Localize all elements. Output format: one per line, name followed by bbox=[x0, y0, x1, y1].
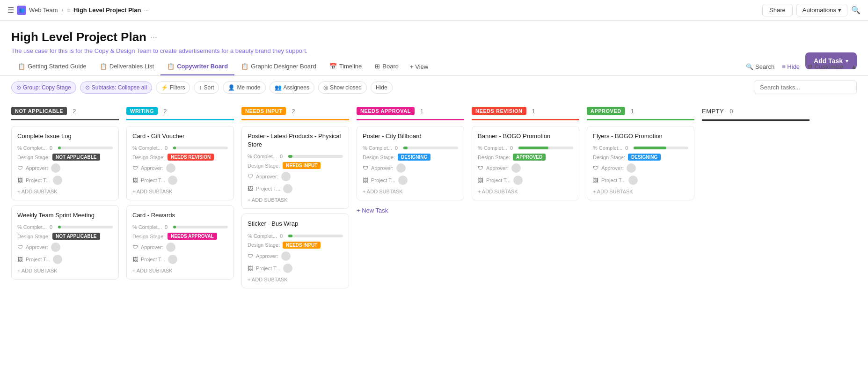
add-subtask-button[interactable]: + ADD SUBTASK bbox=[478, 189, 573, 194]
add-subtask-button[interactable]: + ADD SUBTASK bbox=[248, 277, 343, 282]
add-subtask-button[interactable]: + ADD SUBTASK bbox=[593, 189, 688, 194]
project-t-label: Project T... bbox=[256, 265, 280, 271]
automations-button[interactable]: Automations ▾ bbox=[796, 4, 847, 16]
add-subtask-button[interactable]: + ADD SUBTASK bbox=[17, 268, 113, 273]
add-subtask-button[interactable]: + ADD SUBTASK bbox=[363, 189, 458, 194]
progress-label: % Complet... bbox=[248, 233, 277, 239]
me-mode-label: Me mode bbox=[237, 84, 260, 91]
collapse-tabs-action[interactable]: ▲ bbox=[851, 63, 857, 70]
approver-avatar[interactable] bbox=[166, 243, 175, 252]
project-avatar[interactable] bbox=[628, 176, 638, 185]
add-subtask-button[interactable]: + ADD SUBTASK bbox=[17, 189, 113, 194]
project-avatar[interactable] bbox=[168, 176, 177, 185]
page-ellipsis[interactable]: ··· bbox=[150, 32, 157, 42]
stage-badge: DESIGNING bbox=[398, 154, 430, 161]
tab-board[interactable]: ⊞ Board bbox=[368, 58, 405, 75]
column-header-needs-input: NEEDS INPUT2 bbox=[241, 107, 349, 120]
project-t-label: Project T... bbox=[486, 177, 511, 183]
approver-field: 🛡 Approver: bbox=[17, 243, 113, 252]
progress-fill bbox=[173, 226, 176, 228]
hide-tab-action[interactable]: ≡ Hide bbox=[782, 63, 800, 70]
add-subtask-button[interactable]: + ADD SUBTASK bbox=[132, 268, 228, 273]
subtasks-filter[interactable]: ⊙ Subtasks: Collapse all bbox=[80, 81, 152, 94]
project-avatar[interactable] bbox=[53, 255, 62, 264]
add-view-button[interactable]: + View bbox=[405, 59, 433, 75]
hide-button[interactable]: Hide bbox=[371, 81, 393, 94]
project-avatar[interactable] bbox=[283, 184, 292, 193]
customize-tab-action[interactable]: ⚙ Customize bbox=[807, 63, 843, 70]
task-title: Flyers - BOGO Promotion bbox=[593, 132, 688, 140]
approver-avatar[interactable] bbox=[51, 243, 60, 252]
new-task-button[interactable]: + New Task bbox=[357, 205, 464, 216]
sort-button[interactable]: ↕ Sort bbox=[194, 81, 219, 94]
share-button[interactable]: Share bbox=[762, 4, 793, 16]
approver-avatar[interactable] bbox=[166, 163, 175, 173]
progress-bar bbox=[403, 147, 458, 149]
approver-avatar[interactable] bbox=[51, 163, 60, 173]
task-card[interactable]: Complete Issue Log % Complet... 0 Design… bbox=[11, 126, 119, 200]
design-stage-field: Design Stage: NEEDS INPUT bbox=[248, 242, 343, 249]
task-card[interactable]: Poster - City Billboard % Complet... 0 D… bbox=[357, 126, 464, 200]
col-count-empty: 0 bbox=[729, 108, 733, 115]
search-tasks-input[interactable] bbox=[754, 81, 857, 94]
progress-label: % Complet... bbox=[478, 145, 507, 151]
column-header-approved: APPROVED1 bbox=[587, 107, 694, 120]
tab-label-deliverables: Deliverables List bbox=[109, 63, 154, 70]
design-stage-field: Design Stage: NEEDS REVISION bbox=[132, 154, 228, 161]
task-card[interactable]: Sticker - Bus Wrap % Complet... 0 Design… bbox=[241, 213, 349, 288]
progress-value: 0 bbox=[280, 154, 285, 159]
project-avatar[interactable] bbox=[398, 176, 408, 185]
task-card[interactable]: Card - Rewards % Complet... 0 Design Sta… bbox=[126, 205, 234, 280]
stage-badge: NOT APPLICABLE bbox=[52, 154, 100, 161]
group-filter[interactable]: ⊙ Group: Copy Stage bbox=[11, 81, 76, 94]
task-card[interactable]: Weekly Team Sprint Meeting % Complet... … bbox=[11, 205, 119, 280]
design-stage-label: Design Stage: bbox=[17, 234, 50, 239]
project-avatar[interactable] bbox=[513, 176, 523, 185]
add-subtask-button[interactable]: + ADD SUBTASK bbox=[132, 189, 228, 194]
progress-fill bbox=[173, 147, 176, 149]
stage-badge: NEEDS INPUT bbox=[283, 242, 321, 249]
tabs-right-actions: 🔍 Search ≡ Hide ⚙ Customize ▲ bbox=[746, 63, 857, 70]
tab-timeline[interactable]: 📅 Timeline bbox=[323, 58, 369, 75]
search-tab-action[interactable]: 🔍 Search bbox=[746, 63, 774, 70]
task-title: Poster - City Billboard bbox=[363, 132, 458, 140]
approver-avatar[interactable] bbox=[281, 172, 291, 181]
topnav-actions: Share Automations ▾ 🔍 bbox=[762, 4, 861, 16]
project-avatar[interactable] bbox=[53, 176, 62, 185]
approver-avatar[interactable] bbox=[396, 163, 406, 173]
project-t-label: Project T... bbox=[26, 257, 50, 262]
assignees-button[interactable]: 👥 Assignees bbox=[270, 81, 314, 94]
filters-button[interactable]: ⚡ Filters bbox=[156, 81, 190, 94]
progress-label: % Complet... bbox=[17, 145, 47, 151]
sidebar-toggle[interactable]: ☰ bbox=[7, 6, 14, 15]
approver-icon: 🛡 bbox=[17, 165, 23, 171]
project-avatar[interactable] bbox=[168, 255, 177, 264]
task-card[interactable]: Banner - BOGO Promotion % Complet... 0 D… bbox=[472, 126, 579, 200]
show-closed-button[interactable]: ◎ Show closed bbox=[318, 81, 367, 94]
approver-avatar[interactable] bbox=[511, 163, 521, 173]
search-button[interactable]: 🔍 bbox=[851, 6, 861, 15]
tab-icon-deliverables: 📋 bbox=[100, 63, 107, 70]
project-icon: 🖼 bbox=[248, 265, 253, 272]
group-label: Group: Copy Stage bbox=[23, 84, 71, 91]
task-title: Poster - Latest Products - Physical Stor… bbox=[248, 132, 343, 149]
add-subtask-button[interactable]: + ADD SUBTASK bbox=[248, 197, 343, 203]
tab-copywriter[interactable]: 📋 Copywriter Board bbox=[160, 58, 234, 75]
task-card[interactable]: Card - Gift Voucher % Complet... 0 Desig… bbox=[126, 126, 234, 200]
task-card[interactable]: Flyers - BOGO Promotion % Complet... 0 D… bbox=[587, 126, 694, 200]
tab-icon-board: ⊞ bbox=[375, 63, 380, 70]
tab-getting-started[interactable]: 📋 Getting Started Guide bbox=[11, 58, 93, 75]
approver-avatar[interactable] bbox=[627, 163, 636, 173]
approver-avatar[interactable] bbox=[281, 251, 291, 261]
nav-ellipsis[interactable]: ··· bbox=[144, 7, 149, 14]
task-card[interactable]: Poster - Latest Products - Physical Stor… bbox=[241, 126, 349, 209]
board-column-writing: WRITING2 Card - Gift Voucher % Complet..… bbox=[126, 107, 234, 347]
progress-field: % Complet... 0 bbox=[593, 145, 688, 151]
project-avatar[interactable] bbox=[283, 264, 292, 273]
tab-deliverables[interactable]: 📋 Deliverables List bbox=[93, 58, 160, 75]
project-t-field: 🖼 Project T... bbox=[17, 176, 113, 185]
page-title-container: High Level Project Plan ··· bbox=[11, 30, 857, 44]
me-mode-icon: 👤 bbox=[228, 84, 235, 91]
tab-graphic-designer[interactable]: 📋 Graphic Designer Board bbox=[234, 58, 322, 75]
me-mode-button[interactable]: 👤 Me mode bbox=[223, 81, 265, 94]
